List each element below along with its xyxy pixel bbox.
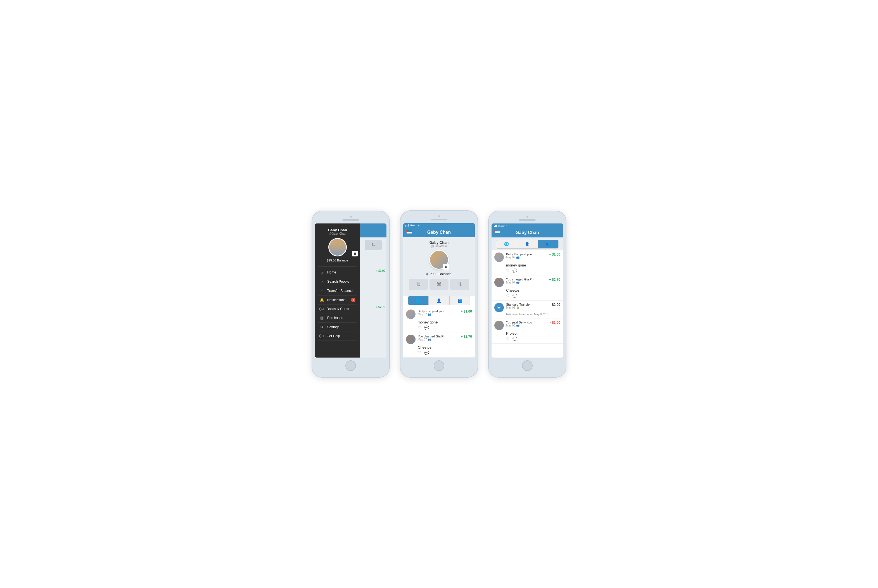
profile-avatar-wrap-2: ▦ xyxy=(429,250,449,270)
speaker-bar-3 xyxy=(519,219,536,220)
settings-icon: ⚙ xyxy=(320,325,324,330)
feed-who-2-p2: You charged Gia Ph xyxy=(418,334,459,338)
feed-meta-2-p3: You charged Gia Ph May 07 👥 xyxy=(506,278,547,284)
signal-bar-2-p3 xyxy=(495,225,496,227)
avatar-face xyxy=(329,239,346,256)
like-btn-1-p2[interactable]: ♡ xyxy=(418,326,422,330)
feed-note-1-p3: money gone xyxy=(506,263,560,267)
nav-bar-2: Gaby Chan xyxy=(403,228,475,237)
feed-3: Betty Kuo paid you May 07 👥 + $1.00 mone… xyxy=(492,250,563,344)
phone-3-home-btn[interactable] xyxy=(522,360,533,371)
transfer-btn-right-2[interactable]: ⇅ xyxy=(450,279,469,290)
status-bar-2: Sketch ⌁ xyxy=(403,223,475,228)
tab-people-3[interactable]: 👥 xyxy=(538,240,558,248)
sidebar-label-purchases: Purchases xyxy=(327,316,343,320)
phone-1: Gaby Chan @Gaby-Chan ▦ $25.00 Balance ⌂ … xyxy=(312,211,390,378)
sidebar-label-home: Home xyxy=(327,270,336,274)
feed-actions-2-p3: ♡ 💬 xyxy=(506,294,560,298)
feed-item-top-3-p3: 🏛 Standard Transfer May 06 🔒 $2.00 xyxy=(494,303,560,312)
sidebar-label-transfer: Transfer Balance xyxy=(327,289,353,293)
phone-2-home-btn[interactable] xyxy=(434,360,444,371)
sidebar-item-home[interactable]: ⌂ Home xyxy=(318,268,357,277)
feed-meta-1-p3: Betty Kuo paid you May 07 👥 xyxy=(506,252,547,259)
scene: Gaby Chan @Gaby-Chan ▦ $25.00 Balance ⌂ … xyxy=(300,194,578,394)
phone-3: Sketch ⌁ Gaby Chan 🌐 👤 👥 xyxy=(488,211,566,378)
sidebar-item-purchases[interactable]: ▦ Purchases xyxy=(318,314,357,322)
tabs-row-3: 🌐 👤 👥 xyxy=(496,240,558,249)
speaker-bar xyxy=(342,219,359,220)
profile-qr-2: ▦ xyxy=(443,264,449,270)
feed-meta-3-p3: Standard Transfer May 06 🔒 xyxy=(506,303,550,309)
partial-amount-2: + $2.70 xyxy=(376,306,385,309)
feed-item-1-phone3: Betty Kuo paid you May 07 👥 + $1.00 mone… xyxy=(492,250,563,275)
feed-avatar-1-p3 xyxy=(494,252,504,262)
wifi-icon-3: ⌁ xyxy=(506,224,508,227)
like-btn-4-p3[interactable]: ♡ xyxy=(506,337,510,341)
tabs-container-2: 🌐 👤 👥 xyxy=(403,296,475,307)
partial-amount-1: + $1.00 xyxy=(376,269,385,272)
signal-bars-3 xyxy=(494,225,497,227)
sidebar-item-transfer[interactable]: ↑ Transfer Balance xyxy=(318,286,357,296)
tab-person-2[interactable]: 👤 xyxy=(429,296,449,305)
like-btn-1-p3[interactable]: ♡ xyxy=(506,268,510,273)
bell-icon: 🔔 xyxy=(320,297,324,303)
transfer-btn-left-2[interactable]: ⇅ xyxy=(409,279,428,290)
people-icon-1-p3: 👥 xyxy=(516,256,519,259)
transfer-btn-mid-2[interactable]: ⌘ xyxy=(429,279,449,290)
tab-global-3[interactable]: 🌐 xyxy=(496,240,517,248)
feed-note-4-p3: Project xyxy=(506,331,560,336)
people-icon-4-p3: 👥 xyxy=(516,324,519,327)
feed-item-top-2-p2: You charged Gia Ph May 07 👥 + $2.70 xyxy=(406,334,472,344)
signal-bar-3-p3 xyxy=(496,225,497,227)
tab-global-2[interactable]: 🌐 xyxy=(408,296,429,305)
people-icon-2-p2: 👥 xyxy=(428,338,431,341)
sidebar-right-panel: ⇅ + $1.00 + $2.70 xyxy=(360,224,386,357)
feed-avatar-3-p3: 🏛 xyxy=(494,303,504,312)
feed-item-4-phone3: You paid Betty Kuo May 06 👥 - $1.00 Proj… xyxy=(492,318,563,344)
tab-person-3[interactable]: 👤 xyxy=(517,240,538,248)
feed-when-2-p3: May 07 👥 xyxy=(506,281,547,284)
home-icon: ⌂ xyxy=(320,270,324,275)
sidebar-avatar-wrap: ▦ xyxy=(318,238,357,256)
phone-1-home-btn[interactable] xyxy=(345,360,356,371)
phone-2: Sketch ⌁ Gaby Chan Gaby Chan @Gaby-Chan … xyxy=(400,210,478,378)
tab-people-2[interactable]: 👥 xyxy=(450,296,470,305)
feed-2: Betty Kuo paid you May 07 👥 + $1.00 mone… xyxy=(403,307,475,357)
feed-meta-4-p3: You paid Betty Kuo May 06 👥 xyxy=(506,321,548,327)
comment-btn-2-p3[interactable]: 💬 xyxy=(512,294,517,298)
feed-who-4-p3: You paid Betty Kuo xyxy=(506,321,548,324)
feed-amount-1-p3: + $1.00 xyxy=(549,252,560,256)
feed-when-1-p2: May 07 👥 xyxy=(418,313,459,316)
sidebar-label-help: Get Help xyxy=(327,334,340,338)
status-bar-left-3: Sketch ⌁ xyxy=(494,224,508,227)
sidebar-item-search[interactable]: ○ Search People xyxy=(318,277,357,286)
comment-btn-1-p2[interactable]: 💬 xyxy=(424,326,429,330)
feed-item-top-1-p3: Betty Kuo paid you May 07 👥 + $1.00 xyxy=(494,252,560,262)
sidebar-item-banks[interactable]: $ Banks & Cards xyxy=(318,305,357,314)
feed-note-1-p2: money gone xyxy=(418,320,472,324)
signal-bars-2 xyxy=(405,224,408,226)
nav-bar-3: Gaby Chan xyxy=(492,228,563,237)
sidebar-item-settings[interactable]: ⚙ Settings xyxy=(318,322,357,332)
profile-transfer-row-2: ⇅ ⌘ ⇅ xyxy=(407,279,471,293)
tabs-container-3: 🌐 👤 👥 xyxy=(492,237,563,250)
feed-actions-1-p3: ♡ 💬 xyxy=(506,268,560,273)
signal-bar-1-p3 xyxy=(494,226,495,227)
sidebar-screen: Gaby Chan @Gaby-Chan ▦ $25.00 Balance ⌂ … xyxy=(315,224,386,357)
feed-amount-3-p3: $2.00 xyxy=(552,303,560,307)
transfer-icon: ↑ xyxy=(320,288,324,293)
sidebar-label-banks: Banks & Cards xyxy=(327,307,349,311)
phone-3-screen: Sketch ⌁ Gaby Chan 🌐 👤 👥 xyxy=(492,224,563,357)
comment-btn-2-p2[interactable]: 💬 xyxy=(424,351,429,355)
like-btn-2-p2[interactable]: ♡ xyxy=(418,351,422,355)
sidebar-item-help[interactable]: ? Get Help xyxy=(318,332,357,340)
comment-btn-4-p3[interactable]: 💬 xyxy=(512,337,517,341)
comment-btn-1-p3[interactable]: 💬 xyxy=(512,268,517,273)
hamburger-menu-2[interactable] xyxy=(407,231,411,234)
sidebar-item-notifications[interactable]: 🔔 Notifications 1 xyxy=(318,296,357,305)
people-icon-1-p2: 👥 xyxy=(428,313,431,316)
hamburger-menu-3[interactable] xyxy=(495,231,500,234)
nav-title-3: Gaby Chan xyxy=(516,230,539,235)
like-btn-2-p3[interactable]: ♡ xyxy=(506,294,510,298)
partial-transfer-btn: ⇅ xyxy=(365,240,382,250)
